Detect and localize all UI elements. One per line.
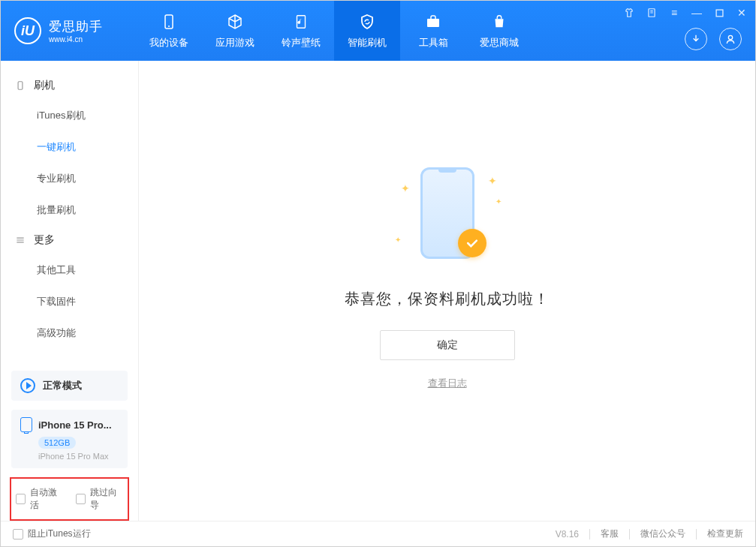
ok-button[interactable]: 确定 xyxy=(380,330,515,360)
refresh-shield-icon xyxy=(357,12,377,32)
phone-icon xyxy=(159,12,179,32)
phone-small-icon xyxy=(20,417,32,432)
svg-point-1 xyxy=(168,26,170,27)
menu-icon[interactable]: ≡ xyxy=(667,5,682,20)
nav-apps[interactable]: 应用游戏 xyxy=(202,1,268,61)
success-message: 恭喜您，保资料刷机成功啦！ xyxy=(345,289,550,309)
sidebar-item-firmware[interactable]: 下载固件 xyxy=(1,286,138,317)
feedback-icon[interactable] xyxy=(644,5,659,20)
maximize-icon[interactable] xyxy=(712,5,727,20)
app-header: iU 爱思助手 www.i4.cn 我的设备 应用游戏 铃声壁纸 智能刷机 工具… xyxy=(1,1,755,61)
app-url: www.i4.cn xyxy=(49,35,103,44)
version-label: V8.16 xyxy=(556,529,579,539)
sidebar-item-advanced[interactable]: 高级功能 xyxy=(1,317,138,349)
view-log-link[interactable]: 查看日志 xyxy=(428,377,467,390)
nav-flash[interactable]: 智能刷机 xyxy=(334,1,400,61)
sidebar-item-itunes[interactable]: iTunes刷机 xyxy=(1,100,138,131)
device-name: iPhone 15 Pro... xyxy=(38,419,112,431)
bag-icon xyxy=(489,12,509,32)
nav-my-device[interactable]: 我的设备 xyxy=(136,1,202,61)
device-model: iPhone 15 Pro Max xyxy=(38,452,119,461)
user-icon[interactable] xyxy=(719,28,742,50)
cube-icon xyxy=(225,12,245,32)
sidebar-group-more: 更多 xyxy=(1,226,138,254)
play-icon xyxy=(20,378,35,393)
device-mode-label: 正常模式 xyxy=(43,379,82,392)
sidebar: 刷机 iTunes刷机 一键刷机 专业刷机 批量刷机 更多 其他工具 下载固件 … xyxy=(1,61,139,521)
minimize-icon[interactable]: — xyxy=(689,5,704,20)
sidebar-item-other[interactable]: 其他工具 xyxy=(1,254,138,286)
svg-rect-5 xyxy=(716,10,723,17)
nav-store[interactable]: 爱思商城 xyxy=(466,1,532,61)
nav-toolbox[interactable]: 工具箱 xyxy=(400,1,466,61)
more-icon xyxy=(14,234,26,246)
status-bar: 阻止iTunes运行 V8.16 客服 微信公众号 检查更新 xyxy=(1,521,755,546)
app-logo-icon: iU xyxy=(14,17,41,44)
download-icon[interactable] xyxy=(685,28,707,50)
svg-rect-3 xyxy=(427,19,439,27)
check-update-link[interactable]: 检查更新 xyxy=(707,527,743,540)
top-nav: 我的设备 应用游戏 铃声壁纸 智能刷机 工具箱 爱思商城 xyxy=(136,1,532,61)
svg-point-6 xyxy=(728,35,732,39)
device-small-icon xyxy=(14,80,26,92)
briefcase-icon xyxy=(423,12,443,32)
support-link[interactable]: 客服 xyxy=(601,527,619,540)
svg-rect-7 xyxy=(18,82,23,90)
app-title: 爱思助手 xyxy=(49,18,103,35)
sidebar-item-batch[interactable]: 批量刷机 xyxy=(1,194,138,226)
window-controls: ≡ — ✕ xyxy=(622,5,749,20)
sidebar-group-flash: 刷机 xyxy=(1,71,138,100)
sidebar-item-pro[interactable]: 专业刷机 xyxy=(1,163,138,194)
success-illustration: ✦✦ ✦✦ xyxy=(387,161,508,266)
music-icon xyxy=(291,12,311,32)
block-itunes-checkbox[interactable]: 阻止iTunes运行 xyxy=(13,527,91,540)
sidebar-item-onekey[interactable]: 一键刷机 xyxy=(1,131,138,163)
wechat-link[interactable]: 微信公众号 xyxy=(640,527,685,540)
skin-icon[interactable] xyxy=(622,5,637,20)
skip-guide-checkbox[interactable]: 跳过向导 xyxy=(76,486,124,512)
main-content: ✦✦ ✦✦ 恭喜您，保资料刷机成功啦！ 确定 查看日志 xyxy=(139,61,755,521)
close-icon[interactable]: ✕ xyxy=(734,5,749,20)
device-storage-badge: 512GB xyxy=(38,437,76,449)
auto-activate-checkbox[interactable]: 自动激活 xyxy=(16,486,64,512)
device-mode-card[interactable]: 正常模式 xyxy=(11,371,128,401)
highlighted-options: 自动激活 跳过向导 xyxy=(10,477,129,521)
checkmark-badge-icon xyxy=(458,229,486,257)
logo-area: iU 爱思助手 www.i4.cn xyxy=(1,17,136,44)
nav-ringtones[interactable]: 铃声壁纸 xyxy=(268,1,334,61)
device-card[interactable]: iPhone 15 Pro... 512GB iPhone 15 Pro Max xyxy=(11,410,128,468)
